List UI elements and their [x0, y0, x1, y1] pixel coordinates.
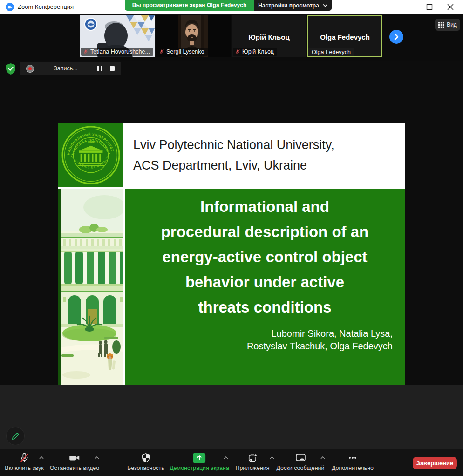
close-button[interactable] [443, 0, 458, 14]
participant-display-name: Юрій Кльоц [232, 33, 306, 41]
pause-recording-button[interactable] [97, 66, 102, 71]
next-participants-button[interactable] [389, 30, 403, 44]
maximize-button[interactable] [422, 0, 437, 14]
slide-header-line2: ACS Department, Lviv, Ukraine [133, 155, 405, 176]
camera-icon [68, 452, 81, 463]
annotate-button[interactable] [6, 427, 25, 445]
security-button[interactable]: Безопасность [127, 452, 164, 471]
video-options-chevron[interactable] [94, 456, 100, 460]
shared-screen-slide: НАЦІОНАЛЬНИЙ УНІВЕРСИТЕТ ЛЬВІВСЬКА ПОЛІТ… [58, 123, 405, 385]
participant-name-badge: Sergii Lysenko [157, 48, 208, 56]
participant-name-badge: Olga Fedevych [308, 48, 354, 56]
more-dots-icon [347, 452, 358, 463]
building-watercolor-illustration [58, 189, 123, 385]
view-settings-dropdown[interactable]: Настройки просмотра [254, 0, 332, 11]
zoom-meeting-window: Zoom Конференция Вы просматриваете экран… [0, 0, 463, 476]
participant-tile-yurii[interactable]: Юрій Кльоц Юрій Кльоц [232, 15, 306, 57]
minimize-button[interactable] [400, 0, 415, 14]
participant-tile-olga-active[interactable]: Olga Fedevych Olga Fedevych [307, 15, 382, 57]
participant-name-badge: Юрій Кльоц [233, 48, 277, 56]
lviv-polytechnic-emblem: НАЦІОНАЛЬНИЙ УНІВЕРСИТЕТ ЛЬВІВСЬКА ПОЛІТ… [61, 126, 120, 184]
whiteboard-icon [295, 453, 306, 463]
unmute-button[interactable]: Включить звук [5, 452, 43, 471]
security-shield-icon [141, 452, 151, 463]
mic-muted-icon [19, 452, 30, 463]
chevron-down-icon [323, 4, 327, 7]
slide-authors: Lubomir Sikora, Natalia Lysa, Rostyslav … [125, 327, 405, 353]
audio-options-chevron[interactable] [38, 456, 45, 460]
whiteboards-button[interactable]: Доски сообщений [276, 452, 324, 471]
more-button[interactable]: Дополнительно [332, 452, 374, 471]
grid-view-icon [438, 22, 444, 28]
participant-tile-sergii[interactable]: Sergii Lysenko [156, 15, 231, 57]
recording-status: Запись... [34, 65, 97, 72]
slide-title-block: Informational and procedural description… [125, 189, 405, 385]
chevron-right-icon [389, 30, 403, 44]
share-screen-button[interactable]: Демонстрация экрана [170, 452, 229, 471]
recording-indicator: Запись... [20, 62, 121, 75]
apps-button[interactable]: Приложения [235, 452, 269, 471]
muted-mic-icon [235, 49, 240, 54]
window-titlebar: Zoom Конференция Вы просматриваете экран… [0, 0, 463, 14]
slide-title-line: procedural description of an [125, 219, 405, 245]
participant-tile-tetiana[interactable]: Tetiana Hovorushche... [80, 15, 155, 57]
security-shield-button[interactable] [4, 62, 17, 75]
slide-title-line: behavior under active [125, 270, 405, 295]
apps-options-chevron[interactable] [269, 456, 275, 460]
stop-video-button[interactable]: Остановить видео [50, 452, 100, 471]
slide-title-line: energy-active control object [125, 245, 405, 270]
window-title: Zoom Конференция [18, 0, 74, 14]
slide-title-line: threats conditions [125, 295, 405, 320]
share-screen-icon [193, 453, 205, 463]
university-logo-block: НАЦІОНАЛЬНИЙ УНІВЕРСИТЕТ ЛЬВІВСЬКА ПОЛІТ… [58, 123, 123, 187]
participant-display-name: Olga Fedevych [308, 33, 381, 41]
participant-name-badge: Tetiana Hovorushche... [81, 48, 153, 56]
share-options-chevron[interactable] [223, 456, 229, 460]
leave-meeting-button[interactable]: Завершение [413, 457, 457, 469]
muted-mic-icon [83, 49, 89, 54]
muted-mic-icon [159, 49, 164, 54]
view-settings-label: Настройки просмотра [258, 2, 319, 9]
view-layout-button[interactable]: Вид [435, 19, 460, 31]
slide-header: Lviv Polytechnic National University, AC… [125, 123, 405, 187]
meeting-toolbar: Включить звук Остановить видео Безопасно… [0, 449, 463, 476]
pencil-icon [10, 431, 20, 441]
shield-check-icon [5, 63, 16, 75]
zoom-logo-icon [6, 3, 14, 11]
stage-lower-band [0, 385, 463, 449]
viewing-screen-banner: Вы просматриваете экран Olga Fedevych [125, 0, 254, 11]
svg-text:· 1844 ·: · 1844 · [85, 140, 96, 143]
slide-title-line: Informational and [125, 194, 405, 219]
apps-icon [247, 453, 258, 463]
slide-header-line1: Lviv Polytechnic National University, [133, 135, 405, 155]
record-icon [26, 65, 34, 73]
stop-recording-button[interactable] [110, 66, 115, 71]
whiteboards-options-chevron[interactable] [320, 456, 326, 460]
participants-strip: Tetiana Hovorushche... [0, 14, 463, 61]
